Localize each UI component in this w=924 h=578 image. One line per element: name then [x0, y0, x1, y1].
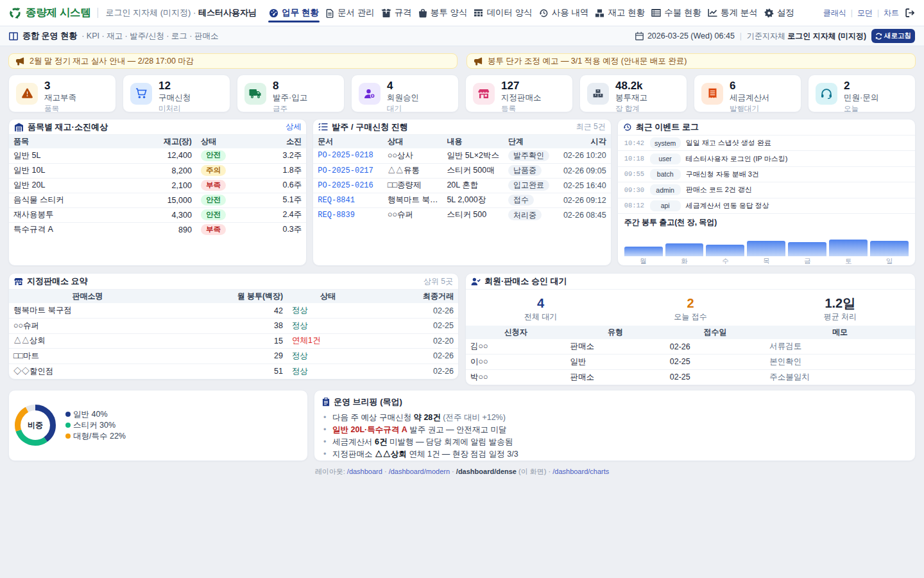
- svg-text:비중: 비중: [28, 421, 43, 430]
